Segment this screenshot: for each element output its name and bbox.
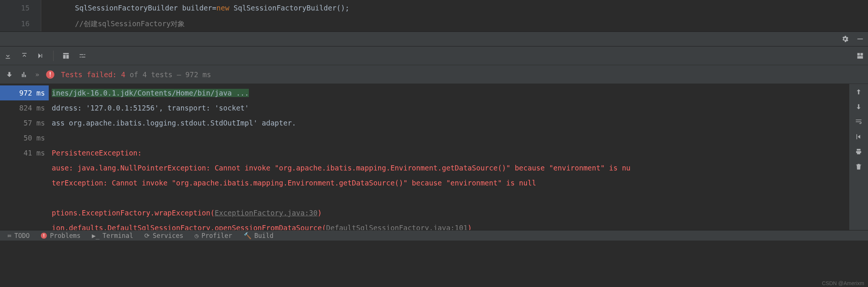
- timing-cell[interactable]: 824 ms: [0, 100, 49, 115]
- trash-icon[interactable]: [855, 163, 863, 171]
- arrow-down-icon[interactable]: [855, 103, 863, 111]
- console-line: [52, 130, 846, 145]
- tab-label: Problems: [50, 232, 81, 239]
- print-icon[interactable]: [855, 148, 863, 156]
- scroll-to-end-icon[interactable]: [855, 133, 863, 141]
- svg-rect-0: [858, 39, 863, 39]
- test-results-bar: » ! Tests failed: 4 of 4 tests – 972 ms: [0, 65, 868, 84]
- tests-total-summary: of 4 tests – 972 ms: [125, 70, 211, 79]
- console-line: ines/jdk-16.0.1.jdk/Contents/Home/bin/ja…: [52, 85, 846, 100]
- services-icon: ⟳: [144, 232, 150, 239]
- tab-problems[interactable]: ! Problems: [41, 232, 81, 239]
- soft-wrap-icon[interactable]: [855, 118, 863, 126]
- arrow-up-icon[interactable]: [855, 88, 863, 96]
- console-line: [52, 190, 846, 205]
- tab-label: Build: [254, 232, 274, 239]
- code-line[interactable]: SqlSessionFactoryBuilder builder=new Sql…: [75, 0, 868, 16]
- console-line: ddress: '127.0.0.1:51256', transport: 's…: [52, 100, 846, 115]
- tab-label: Profiler: [202, 232, 232, 239]
- editor-gutter: 15 16: [0, 0, 41, 31]
- arrow-down-icon[interactable]: [5, 70, 13, 79]
- code-line[interactable]: //创建sqlSessionFactory对象: [75, 16, 868, 31]
- console-line: terException: Cannot invoke "org.apache.…: [52, 175, 846, 190]
- console-line: ion.defaults.DefaultSqlSessionFactory.op…: [52, 220, 846, 230]
- console-line: ause: java.lang.NullPointerException: Ca…: [52, 160, 846, 175]
- code-editor[interactable]: 15 16 SqlSessionFactoryBuilder builder=n…: [0, 0, 868, 31]
- tab-profiler[interactable]: ◷ Profiler: [195, 232, 232, 239]
- chart-bars-icon[interactable]: [20, 70, 28, 79]
- line-number: 16: [0, 16, 30, 31]
- list-icon: ≔: [7, 232, 11, 239]
- tab-label: Terminal: [103, 232, 133, 239]
- hammer-icon: 🔨: [244, 232, 251, 239]
- tests-failed-count: Tests failed: 4: [61, 70, 126, 79]
- editor-content[interactable]: SqlSessionFactoryBuilder builder=new Sql…: [41, 0, 868, 31]
- test-results-body: 972 ms 824 ms 57 ms 50 ms 41 ms ines/jdk…: [0, 84, 868, 230]
- tab-label: TODO: [14, 232, 30, 239]
- console-line: ass org.apache.ibatis.logging.stdout.Std…: [52, 115, 846, 130]
- go-to-source-icon[interactable]: [37, 52, 45, 60]
- timing-cell[interactable]: 50 ms: [0, 130, 49, 145]
- fail-badge-icon: !: [46, 70, 54, 79]
- gear-icon[interactable]: [841, 35, 849, 43]
- timing-cell[interactable]: 57 ms: [0, 115, 49, 130]
- timings-column[interactable]: 972 ms 824 ms 57 ms 50 ms 41 ms: [0, 84, 49, 230]
- import-down-icon[interactable]: [4, 52, 12, 60]
- profiler-icon: ◷: [195, 232, 198, 239]
- panel-header: [0, 31, 868, 46]
- console-line: PersistenceException:: [52, 145, 846, 160]
- tab-label: Services: [153, 232, 183, 239]
- line-number: 15: [0, 0, 30, 16]
- tab-todo[interactable]: ≔ TODO: [7, 232, 30, 239]
- console-output[interactable]: ines/jdk-16.0.1.jdk/Contents/Home/bin/ja…: [49, 84, 849, 230]
- settings-sliders-icon[interactable]: [78, 52, 87, 60]
- terminal-icon: ▶_: [92, 232, 99, 239]
- breadcrumb-chevron: »: [35, 70, 39, 78]
- layout-icon[interactable]: [856, 52, 864, 60]
- stacktrace-link[interactable]: DefaultSqlSessionFactory.java:101: [326, 224, 468, 230]
- console-line: ptions.ExceptionFactory.wrapException(Ex…: [52, 205, 846, 220]
- warning-icon: !: [41, 233, 47, 239]
- test-toolbar: [0, 46, 868, 65]
- timing-cell[interactable]: 41 ms: [0, 145, 49, 160]
- toolbar-divider: [53, 51, 54, 61]
- bottom-tool-tabs: ≔ TODO ! Problems ▶_ Terminal ⟳ Services…: [0, 230, 868, 241]
- tab-terminal[interactable]: ▶_ Terminal: [92, 232, 133, 239]
- tab-build[interactable]: 🔨 Build: [244, 232, 274, 239]
- minimize-icon[interactable]: [856, 35, 864, 43]
- stacktrace-link[interactable]: ExceptionFactory.java:30: [215, 209, 318, 217]
- export-up-icon[interactable]: [20, 52, 28, 60]
- table-icon[interactable]: [62, 52, 70, 60]
- tab-services[interactable]: ⟳ Services: [144, 232, 183, 239]
- console-side-actions: [849, 84, 868, 230]
- test-status-text: Tests failed: 4 of 4 tests – 972 ms: [61, 70, 211, 79]
- timing-cell[interactable]: 972 ms: [0, 85, 49, 100]
